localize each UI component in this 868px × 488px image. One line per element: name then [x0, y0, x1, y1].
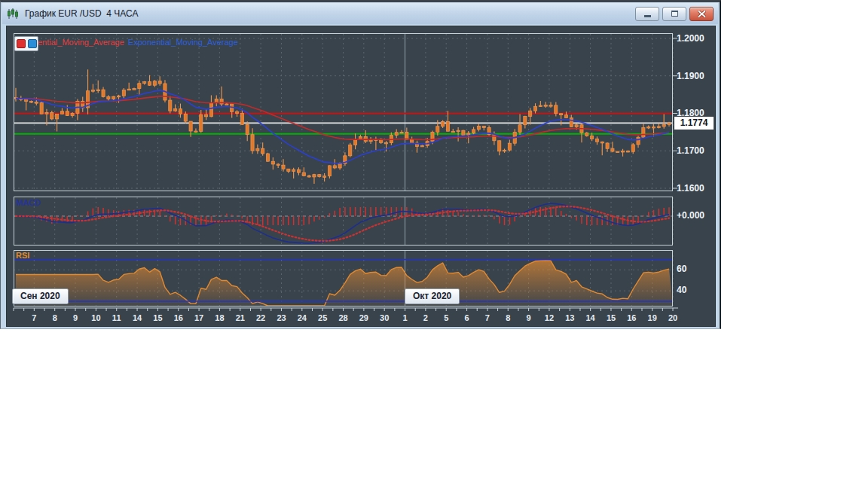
date-tick-label: 18 [215, 313, 224, 322]
price-tick-label: 1.1600 [677, 182, 716, 194]
macd-zero-label: +0.000 [677, 210, 704, 221]
macd-line [16, 203, 669, 243]
date-tick-label: 30 [380, 313, 389, 322]
date-tick-label: 1 [402, 313, 407, 322]
date-tick-label: 25 [318, 313, 327, 322]
close-button[interactable] [689, 7, 714, 21]
ma-legend-labels: ential_Moving_Average Exponential_Moving… [38, 38, 238, 47]
minimize-button[interactable] [635, 7, 659, 21]
window-controls [635, 7, 714, 21]
rsi-panel-label: RSI [16, 251, 29, 260]
price-tick-label: 1.1700 [677, 145, 716, 157]
date-tick-label: 17 [194, 313, 203, 322]
date-tick-label: 19 [648, 313, 657, 322]
ma-legend-swatches[interactable] [14, 36, 38, 51]
date-tick-label: 8 [506, 313, 510, 322]
macd-panel [16, 203, 669, 243]
candlesticks [14, 69, 671, 184]
date-tick-label: 13 [565, 313, 574, 322]
date-tick-label: 16 [627, 313, 636, 322]
date-tick-label: 11 [112, 313, 121, 322]
date-tick-label: 16 [174, 313, 183, 322]
macd-panel-label: MACD [16, 198, 41, 207]
price-tick-label: 1.2000 [677, 32, 716, 44]
chart-canvas[interactable] [7, 26, 715, 326]
chart-window: График EUR /USD 4 ЧАСА ential_Moving_Ave… [0, 0, 721, 329]
rsi-tick-label: 60 [677, 264, 686, 274]
date-tick-label: 15 [153, 313, 162, 322]
window-titlebar[interactable]: График EUR /USD 4 ЧАСА [2, 3, 718, 24]
date-tick-label: 29 [359, 313, 368, 322]
ema-blue-label: Exponential_Moving_Average [128, 38, 238, 47]
date-tick-label: 7 [485, 313, 490, 322]
ema-red-label: ential_Moving_Average [38, 38, 124, 47]
price-tick-label: 1.1900 [677, 70, 716, 82]
date-tick-label: 9 [527, 313, 531, 322]
date-tick-label: 24 [298, 313, 307, 322]
date-tick-label: 22 [256, 313, 265, 322]
date-tick-label: 14 [133, 313, 142, 322]
blue-ma-swatch-icon [28, 39, 37, 48]
date-tick-label: 23 [277, 313, 286, 322]
current-price-label: 1.1774 [674, 117, 714, 130]
close-icon [698, 11, 706, 17]
date-tick-label: 8 [53, 313, 57, 322]
red-ma-swatch-icon [17, 39, 26, 48]
maximize-icon [671, 11, 678, 17]
date-tick-label: 12 [545, 313, 554, 322]
date-tick-label: 10 [91, 313, 100, 322]
date-tick-label: 14 [585, 313, 594, 322]
month-label-oct: Окт 2020 [405, 288, 460, 304]
candlestick-chart-icon [7, 8, 20, 20]
maximize-button[interactable] [662, 7, 686, 21]
date-tick-label: 7 [32, 313, 36, 322]
month-label-sep: Сен 2020 [12, 288, 69, 304]
date-tick-label: 2 [423, 313, 428, 322]
price-panel [14, 69, 673, 184]
rsi-tick-label: 40 [677, 285, 686, 295]
date-tick-label: 28 [338, 313, 347, 322]
window-title: График EUR /USD 4 ЧАСА [25, 8, 139, 19]
date-tick-label: 20 [668, 313, 677, 322]
gridlines [14, 34, 673, 306]
date-tick-label: 6 [465, 313, 469, 322]
date-tick-label: 15 [607, 313, 616, 322]
chart-content: ential_Moving_Average Exponential_Moving… [6, 26, 716, 327]
minimize-icon [644, 15, 651, 17]
date-tick-label: 21 [236, 313, 245, 322]
date-tick-label: 5 [444, 313, 448, 322]
date-tick-label: 9 [73, 313, 78, 322]
